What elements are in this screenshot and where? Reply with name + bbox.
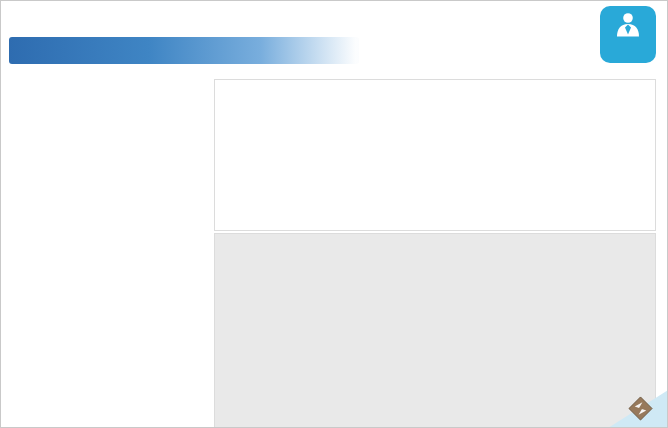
screenshot-gst-modals <box>214 233 656 428</box>
page-title-banner <box>9 37 359 64</box>
zhimiao-logo-icon <box>628 396 653 421</box>
screenshot-duty-table <box>214 79 656 231</box>
watermark <box>628 396 660 421</box>
duty-person-icon <box>612 10 644 40</box>
duty-badge <box>600 6 656 63</box>
slide <box>0 0 668 428</box>
